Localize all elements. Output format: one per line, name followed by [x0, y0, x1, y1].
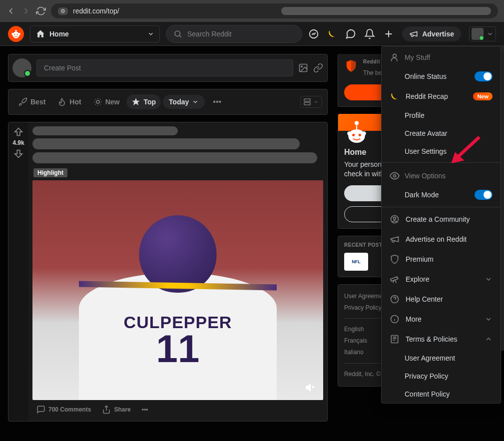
- upvote-icon[interactable]: [13, 126, 24, 137]
- comments-button[interactable]: 700 Comments: [33, 403, 94, 416]
- svg-point-2: [11, 32, 13, 34]
- chevron-down-icon: [147, 30, 154, 37]
- back-icon[interactable]: [6, 6, 16, 16]
- chevron-down-icon: [485, 315, 493, 323]
- share-button[interactable]: Share: [99, 403, 133, 416]
- post-media[interactable]: CULPEPPER 11: [32, 180, 323, 400]
- advertise-button[interactable]: Advertise: [402, 26, 461, 41]
- svg-point-17: [352, 133, 355, 136]
- post-more-icon[interactable]: •••: [139, 404, 151, 415]
- menu-explore[interactable]: Explore: [382, 269, 501, 289]
- rocket-icon: [18, 97, 27, 106]
- popular-icon[interactable]: [308, 28, 319, 39]
- lang-link[interactable]: Français: [344, 335, 367, 347]
- banana-icon[interactable]: [327, 29, 337, 39]
- menu-reddit-recap[interactable]: Reddit Recap New: [382, 86, 501, 106]
- reddit-logo-icon[interactable]: [8, 26, 24, 42]
- user-avatar[interactable]: [12, 58, 31, 77]
- svg-point-20: [394, 175, 396, 177]
- site-info-icon[interactable]: ⚙: [58, 7, 68, 15]
- menu-profile[interactable]: Profile: [382, 106, 501, 124]
- menu-premium[interactable]: Premium: [382, 249, 501, 269]
- menu-content-policy[interactable]: Content Policy: [382, 385, 501, 403]
- toggle-on-icon[interactable]: [475, 190, 493, 200]
- search-input[interactable]: Search Reddit: [166, 25, 302, 43]
- create-post-input[interactable]: Create Post: [36, 59, 293, 76]
- svg-point-15: [347, 131, 351, 135]
- svg-point-3: [18, 32, 20, 34]
- snoo-icon: [346, 118, 367, 144]
- eye-icon: [390, 171, 400, 181]
- reddit-header: Home Search Reddit Advertise: [0, 22, 504, 46]
- sort-new[interactable]: New: [88, 94, 125, 109]
- url-text: reddit.com/top/: [73, 7, 119, 15]
- menu-more[interactable]: More: [382, 309, 501, 329]
- image-icon[interactable]: [298, 63, 308, 73]
- section-view-options: View Options: [382, 165, 501, 185]
- sort-more-icon[interactable]: •••: [209, 95, 225, 108]
- search-icon: [173, 29, 182, 38]
- sort-today-dropdown[interactable]: Today: [163, 95, 205, 109]
- toggle-on-icon[interactable]: [475, 71, 493, 81]
- home-label: Home: [49, 30, 69, 38]
- user-menu-button[interactable]: [469, 26, 496, 41]
- menu-user-agreement[interactable]: User Agreement: [382, 349, 501, 367]
- menu-online-status[interactable]: Online Status: [382, 66, 501, 86]
- telescope-icon: [390, 274, 400, 284]
- chevron-down-icon: [313, 99, 319, 105]
- svg-point-10: [96, 100, 99, 103]
- home-selector[interactable]: Home: [30, 25, 160, 42]
- post-body: Highlight CULPEPPER 11 700 Comments Shar…: [28, 122, 327, 421]
- shield-icon: [390, 254, 400, 264]
- flame-icon: [57, 97, 66, 106]
- svg-point-5: [17, 34, 18, 35]
- menu-create-community[interactable]: Create a Community: [382, 209, 501, 229]
- chat-icon[interactable]: [345, 28, 356, 39]
- menu-advertise[interactable]: Advertise on Reddit: [382, 229, 501, 249]
- view-toggle[interactable]: [300, 96, 322, 108]
- info-icon: [390, 314, 400, 324]
- menu-privacy-policy[interactable]: Privacy Policy: [382, 367, 501, 385]
- svg-rect-12: [304, 102, 310, 105]
- svg-point-19: [393, 54, 397, 57]
- menu-create-avatar[interactable]: Create Avatar: [382, 124, 501, 142]
- search-placeholder: Search Reddit: [187, 30, 232, 38]
- user-icon: [390, 52, 400, 62]
- sort-best[interactable]: Best: [13, 94, 50, 109]
- vote-column: 4.9k: [8, 122, 28, 421]
- chevron-down-icon: [487, 30, 494, 37]
- link-icon[interactable]: [313, 63, 323, 73]
- comment-icon: [36, 405, 45, 414]
- url-bar[interactable]: ⚙ reddit.com/top/: [51, 3, 498, 18]
- jersey-number: 11: [156, 332, 200, 365]
- avatar-icon: [472, 28, 484, 40]
- downvote-icon[interactable]: [13, 148, 24, 159]
- shield-icon: [344, 59, 358, 73]
- lang-link[interactable]: English: [344, 324, 364, 335]
- sort-top[interactable]: Top: [126, 94, 161, 109]
- svg-point-13: [348, 129, 365, 142]
- post-actions: 700 Comments Share •••: [32, 400, 323, 417]
- forward-icon[interactable]: [21, 6, 31, 16]
- create-post-bar: Create Post: [8, 54, 328, 82]
- sort-hot[interactable]: Hot: [52, 94, 86, 109]
- home-icon: [35, 29, 45, 39]
- bell-icon[interactable]: [364, 28, 375, 39]
- recent-post-thumb[interactable]: NFL: [344, 253, 368, 271]
- reload-icon[interactable]: [36, 6, 46, 16]
- menu-dark-mode[interactable]: Dark Mode: [382, 185, 501, 205]
- chevron-down-icon: [485, 275, 493, 283]
- plus-icon[interactable]: [383, 28, 394, 39]
- share-icon: [102, 405, 111, 414]
- post-card: 4.9k Highlight CULPEPPER 11 700 Com: [8, 122, 328, 422]
- lang-link[interactable]: Italiano: [344, 347, 364, 358]
- svg-point-6: [175, 31, 180, 36]
- menu-user-settings[interactable]: User Settings: [382, 142, 501, 160]
- svg-point-18: [359, 133, 361, 136]
- menu-help-center[interactable]: Help Center: [382, 289, 501, 309]
- browser-toolbar: ⚙ reddit.com/top/: [0, 0, 504, 22]
- svg-point-14: [355, 121, 359, 125]
- volume-muted-icon[interactable]: [305, 382, 316, 393]
- menu-terms-policies[interactable]: Terms & Policies: [382, 329, 501, 349]
- main-column: Create Post Best Hot New Top Today ••• 4…: [8, 54, 328, 422]
